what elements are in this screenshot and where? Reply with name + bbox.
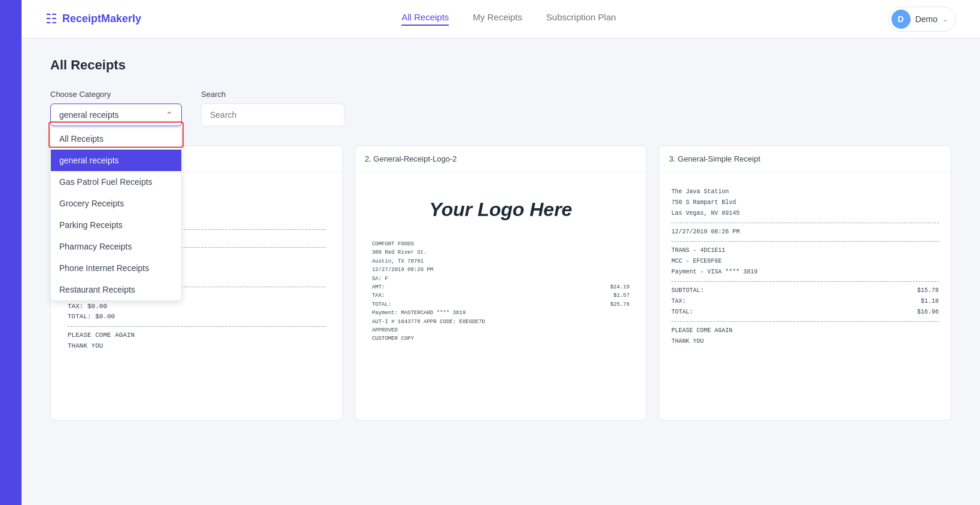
receipt-3-trans: TRANS - 4DC1E11: [671, 245, 939, 256]
receipt-1-tax: TAX: $0.00: [68, 302, 325, 312]
receipt-2-date: 12/27/2019 08:26 PM: [372, 266, 630, 274]
search-input[interactable]: [201, 104, 345, 126]
receipt-1-divider4: [68, 326, 325, 327]
receipt-2-address: 300 Red River St.: [372, 248, 630, 257]
receipt-3-divider4: [671, 321, 939, 322]
dropdown-item-pharmacy[interactable]: Pharmacy Receipts: [51, 236, 181, 257]
receipt-2-approved: APPROVED: [372, 326, 630, 334]
category-filter-group: Choose Category general receipts ⌃ All R…: [50, 90, 182, 126]
receipt-2-auth: AUT-I # 1043778 APPR CODE: E8E6DE7D: [372, 318, 630, 326]
user-name: Demo: [915, 14, 938, 24]
chevron-up-icon: ⌃: [166, 110, 173, 120]
receipt-3-mcc: MCC - EFCE6F6E: [671, 256, 939, 267]
dropdown-item-grocery[interactable]: Grocery Receipts: [51, 193, 181, 214]
receipt-2-logo: Your Logo Here: [430, 199, 573, 221]
nav-subscription[interactable]: Subscription Plan: [546, 12, 616, 26]
logo-text: ReceiptMakerly: [62, 13, 141, 25]
category-dropdown-menu: All Receipts general receipts Gas Patrol…: [50, 127, 182, 301]
receipt-2-store: COMFORT FOODS: [372, 240, 630, 248]
receipt-card-3[interactable]: 3. General-Simple Receipt The Java Stati…: [659, 145, 951, 421]
dropdown-item-all-receipts[interactable]: All Receipts: [51, 128, 181, 150]
receipt-3-store: The Java Station: [671, 187, 939, 197]
receipt-3-divider2: [671, 241, 939, 242]
left-accent-bar: [0, 0, 22, 505]
search-filter-group: Search: [201, 90, 345, 126]
receipt-2-copy: CUSTOMER COPY: [372, 334, 630, 343]
receipt-3-footer1: PLEASE COME AGAIN: [671, 325, 939, 336]
page-title: All Receipts: [50, 57, 951, 73]
receipt-2-tax-row: TAX: $1.57: [372, 291, 630, 300]
chevron-down-icon: ⌄: [942, 15, 948, 23]
dropdown-item-phone-internet[interactable]: Phone Internet Receipts: [51, 257, 181, 279]
dropdown-item-gas[interactable]: Gas Patrol Fuel Receipts: [51, 171, 181, 193]
user-avatar: D: [891, 10, 911, 29]
category-dropdown-button[interactable]: general receipts ⌃: [50, 104, 182, 126]
dropdown-item-general-receipts[interactable]: general receipts: [51, 150, 181, 171]
receipt-3-address: 750 S Rampart Blvd: [671, 197, 939, 208]
receipt-paper-2: COMFORT FOODS 300 Red River St. Austin, …: [367, 233, 635, 351]
main-content: All Receipts Choose Category general rec…: [22, 38, 980, 440]
dropdown-item-restaurant[interactable]: Restaurant Receipts: [51, 279, 181, 300]
receipt-3-divider3: [671, 281, 939, 282]
receipts-grid: 1. General-Receipt-1 HE CAFE N OAKS BLVD…: [50, 145, 951, 421]
nav-all-receipts[interactable]: All Receipts: [401, 12, 449, 26]
category-select: general receipts ⌃ All Receipts general …: [50, 104, 182, 126]
receipt-2-total-row: TOTAL: $25.76: [372, 300, 630, 309]
receipt-logo-area: Your Logo Here: [418, 187, 585, 233]
receipt-card-3-body: The Java Station 750 S Rampart Blvd Las …: [659, 172, 951, 361]
logo[interactable]: ☷ ReceiptMakerly: [45, 11, 141, 27]
receipt-2-amt-row: AMT: $24.19: [372, 283, 630, 291]
receipt-card-2-body: Your Logo Here COMFORT FOODS 300 Red Riv…: [355, 172, 647, 365]
receipt-3-payment: Payment - VISA **** 3819: [671, 267, 939, 278]
receipt-card-2-title: 2. General-Receipt-Logo-2: [355, 146, 647, 172]
receipt-2-sa: SA: F: [372, 275, 630, 283]
receipt-2-city: Austin, TX 78701: [372, 257, 630, 266]
nav-my-receipts[interactable]: My Receipts: [473, 12, 522, 26]
receipt-3-footer2: THANK YOU: [671, 336, 939, 347]
selected-category-text: general receipts: [59, 110, 119, 120]
filter-row: Choose Category general receipts ⌃ All R…: [50, 90, 951, 126]
receipt-paper-3: The Java Station 750 S Rampart Blvd Las …: [671, 187, 939, 347]
search-label: Search: [201, 90, 345, 99]
receipt-1-total: TOTAL: $0.00: [68, 312, 325, 323]
receipt-1-footer1: PLEASE COME AGAIN: [68, 330, 325, 341]
user-menu[interactable]: D Demo ⌄: [888, 7, 956, 32]
receipt-1-footer2: THANK YOU: [68, 341, 325, 352]
logo-icon: ☷: [45, 11, 57, 27]
nav-links: All Receipts My Receipts Subscription Pl…: [177, 12, 841, 26]
receipt-card-2[interactable]: 2. General-Receipt-Logo-2 Your Logo Here…: [355, 145, 647, 421]
navbar: ☷ ReceiptMakerly All Receipts My Receipt…: [22, 0, 980, 38]
receipt-3-tax-row: TAX: $1.18: [671, 296, 939, 307]
receipt-card-3-title: 3. General-Simple Receipt: [659, 146, 951, 172]
receipt-3-date: 12/27/2019 08:26 PM: [671, 227, 939, 238]
category-label: Choose Category: [50, 90, 182, 99]
receipt-3-total-row: TOTAL: $16.96: [671, 307, 939, 318]
receipt-2-payment: Payment: MASTERCARD **** 3819: [372, 309, 630, 317]
receipt-3-city: Las Vegas, NV 89145: [671, 208, 939, 219]
receipt-3-subtotal-row: SUBTOTAL: $15.78: [671, 285, 939, 296]
receipt-3-divider1: [671, 223, 939, 223]
dropdown-item-parking[interactable]: Parking Receipts: [51, 214, 181, 236]
